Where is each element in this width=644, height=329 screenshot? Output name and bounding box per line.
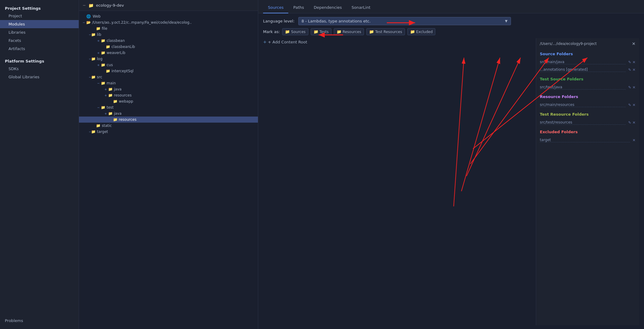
- tree-toggle-log[interactable]: −: [86, 57, 91, 61]
- excluded-folder-actions-0: ✕: [632, 138, 635, 142]
- edit-icon-0[interactable]: ✎: [628, 60, 631, 64]
- tree-item-test-resources[interactable]: 📁 resources: [79, 117, 258, 123]
- tree-item-target[interactable]: − 📁 target: [79, 129, 258, 135]
- mark-as-label: Mark as:: [263, 29, 280, 34]
- sidebar-item-problems[interactable]: Problems: [0, 316, 79, 325]
- tests-btn-label: Tests: [320, 30, 329, 34]
- source-folder-row-1: ...annotations [generated] ✎ ✕: [540, 67, 635, 73]
- language-level-label: Language level:: [263, 19, 295, 23]
- tree-content[interactable]: 🌐 Web − 📂 /Users/ao..y.oct.22/c..mpany/F…: [79, 11, 258, 329]
- tree-toggle-classbean[interactable]: +: [96, 39, 101, 42]
- resource-folders-title: Resource Folders: [540, 94, 635, 99]
- root-path-label: /Users/ao..y.oct.22/c..mpany/Fa_wei/code…: [92, 20, 192, 25]
- language-level-select[interactable]: 8 - Lambdas, type annotations etc. ▼: [298, 17, 511, 25]
- tree-item-webapp[interactable]: 📁 webapp: [79, 98, 258, 104]
- tree-toggle-main-java[interactable]: +: [103, 88, 108, 91]
- folder-icon-root: 📂: [86, 20, 91, 25]
- tree-toggle-main[interactable]: −: [96, 82, 101, 85]
- tree-toggle-test-java[interactable]: +: [103, 112, 108, 115]
- sidebar-item-sdks[interactable]: SDKs: [0, 65, 79, 73]
- tree-item-src[interactable]: − 📁 src: [79, 74, 258, 80]
- tree-item-log[interactable]: − 📁 log: [79, 56, 258, 62]
- sidebar-item-facets[interactable]: Facets: [0, 36, 79, 45]
- tree-item-main[interactable]: − 📁 main: [79, 80, 258, 86]
- tree-toggle-lib[interactable]: −: [86, 33, 91, 36]
- tree-item-file[interactable]: 📁 file: [79, 25, 258, 32]
- tree-item-main-java[interactable]: + 📁 java: [79, 86, 258, 92]
- close-icon-1[interactable]: ✕: [632, 68, 635, 72]
- tree-toggle-cus[interactable]: +: [96, 63, 101, 67]
- edit-icon-res-0[interactable]: ✎: [628, 103, 631, 107]
- close-icon-test-0[interactable]: ✕: [632, 85, 635, 90]
- info-panel: /Users/.../idea/ecology9-project ✕ Sourc…: [536, 38, 639, 325]
- close-icon-0[interactable]: ✕: [632, 60, 635, 64]
- mark-resources-button[interactable]: 📁 Resources: [334, 28, 364, 35]
- tree-header: − 📁 ecology-9-dev: [79, 0, 258, 11]
- folder-icon-target: 📁: [91, 130, 96, 134]
- minus-icon: −: [83, 3, 86, 8]
- tree-item-lib[interactable]: − 📁 lib: [79, 32, 258, 38]
- tab-sources[interactable]: Sources: [263, 2, 288, 13]
- tree-toggle-target[interactable]: −: [86, 130, 91, 134]
- folder-icon-log: 📁: [91, 57, 96, 61]
- tab-sonarlint[interactable]: SonarLint: [347, 2, 375, 13]
- close-icon-excl-0[interactable]: ✕: [632, 138, 635, 142]
- tree-toggle-root[interactable]: −: [81, 21, 86, 24]
- sidebar-item-libraries[interactable]: Libraries: [0, 28, 79, 36]
- edit-icon-1[interactable]: ✎: [628, 68, 631, 72]
- folder-icon-weaverlib: 📁: [101, 51, 105, 55]
- content-area: Language level: 8 - Lambdas, type annota…: [258, 13, 644, 329]
- tree-toggle-src[interactable]: −: [86, 76, 91, 79]
- tree-item-interceptsql[interactable]: 📁 interceptSql: [79, 68, 258, 74]
- sidebar-item-global-libraries[interactable]: Global Libraries: [0, 73, 79, 81]
- tree-item-classbean[interactable]: + 📁 classbean: [79, 38, 258, 44]
- mark-sources-button[interactable]: 📁 Sources: [282, 28, 308, 35]
- tab-dependencies[interactable]: Dependencies: [309, 2, 347, 13]
- file-tree-area: + + Add Content Root /Users/.../idea/eco…: [263, 38, 639, 325]
- tree-item-static[interactable]: 📁 static: [79, 123, 258, 129]
- folder-icon-src: 📁: [91, 75, 96, 79]
- test-source-folder-row-0: src/test/java ✎ ✕: [540, 84, 635, 90]
- project-settings-header: Project Settings: [0, 4, 79, 12]
- excluded-folder-row-0: target ✕: [540, 137, 635, 143]
- tree-item-cus[interactable]: + 📁 cus: [79, 62, 258, 68]
- excluded-btn-label: Excluded: [416, 30, 433, 34]
- tree-toggle-test[interactable]: −: [96, 106, 101, 109]
- web-icon: 🌐: [86, 14, 91, 19]
- folder-icon-interceptsql: 📁: [106, 69, 110, 73]
- edit-icon-tres-0[interactable]: ✎: [628, 120, 631, 125]
- tree-item-test[interactable]: − 📁 test: [79, 104, 258, 110]
- sidebar-item-artifacts[interactable]: Artifacts: [0, 45, 79, 53]
- excluded-folders-title: Excluded Folders: [540, 130, 635, 134]
- mark-test-resources-button[interactable]: 📁 Test Resources: [366, 28, 405, 35]
- sidebar: Project Settings Project Modules Librari…: [0, 0, 79, 329]
- edit-icon-test-0[interactable]: ✎: [628, 85, 631, 90]
- platform-settings-header: Platform Settings: [0, 56, 79, 65]
- sidebar-item-project[interactable]: Project: [0, 12, 79, 20]
- source-folder-actions-1: ✎ ✕: [628, 68, 635, 72]
- add-icon: +: [263, 39, 267, 44]
- info-panel-close-button[interactable]: ✕: [632, 41, 635, 46]
- add-content-root-button[interactable]: + + Add Content Root: [263, 38, 536, 46]
- sidebar-item-modules[interactable]: Modules: [0, 20, 79, 28]
- tree-item-test-java[interactable]: + 📁 java: [79, 110, 258, 117]
- tree-item-classbeanlib[interactable]: 📁 classbeanLib: [79, 44, 258, 50]
- dropdown-arrow-icon: ▼: [505, 19, 507, 23]
- mark-excluded-button[interactable]: 📁 Excluded: [407, 28, 436, 35]
- tree-item-web[interactable]: 🌐 Web: [79, 13, 258, 19]
- tab-paths[interactable]: Paths: [288, 2, 309, 13]
- tabs-bar: Sources Paths Dependencies SonarLint: [258, 0, 644, 13]
- close-icon-tres-0[interactable]: ✕: [632, 120, 635, 125]
- close-icon-res-0[interactable]: ✕: [632, 103, 635, 107]
- resource-folder-actions-0: ✎ ✕: [628, 103, 635, 107]
- mark-tests-button[interactable]: 📁 Tests: [311, 28, 331, 35]
- tree-toggle-weaverlib[interactable]: +: [96, 51, 101, 55]
- excluded-folder-icon: 📁: [410, 29, 415, 34]
- excluded-folder-path-0: target: [540, 138, 630, 142]
- add-content-root-label: + Add Content Root: [268, 40, 307, 44]
- tree-item-root[interactable]: − 📂 /Users/ao..y.oct.22/c..mpany/Fa_wei/…: [79, 19, 258, 25]
- right-panel: Sources Paths Dependencies SonarLint Lan…: [258, 0, 644, 329]
- tree-toggle-main-resources[interactable]: +: [103, 94, 108, 97]
- tree-item-main-resources[interactable]: + 📁 resources: [79, 92, 258, 98]
- tree-item-weaverlib[interactable]: + 📁 weaverLib: [79, 50, 258, 56]
